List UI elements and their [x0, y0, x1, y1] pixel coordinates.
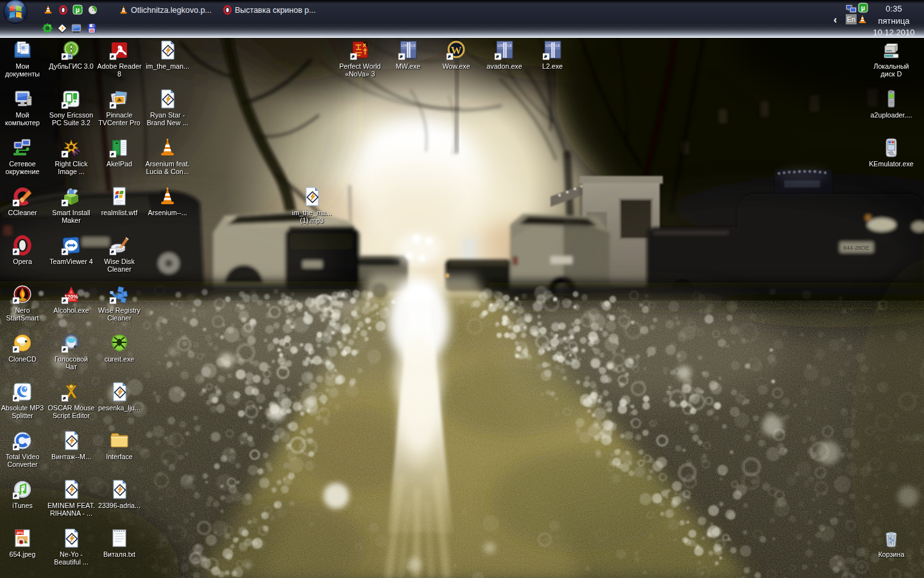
svg-text:LIN: LIN [545, 44, 551, 48]
svg-text:LIN: LIN [401, 44, 407, 48]
svg-text:GE: GE [411, 44, 416, 48]
svg-text:µ: µ [76, 6, 80, 13]
svg-text:JPG: JPG [16, 531, 24, 535]
svg-text:GE: GE [556, 44, 561, 48]
svg-text:LIN: LIN [497, 44, 503, 48]
svg-text:GE: GE [508, 44, 513, 48]
